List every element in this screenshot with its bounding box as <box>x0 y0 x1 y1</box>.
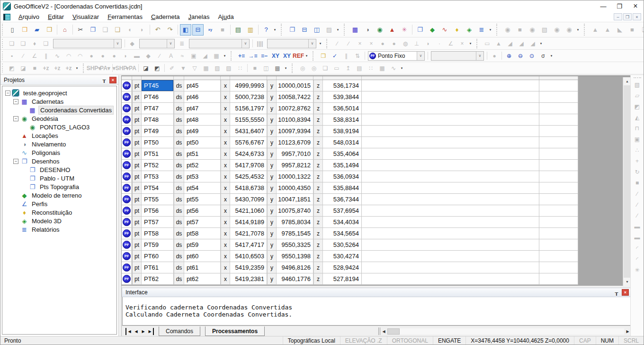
padrao-button[interactable]: ▩ <box>272 63 283 73</box>
ferramenta-edicao-1-button[interactable]: ◖ <box>124 24 135 36</box>
point-id-cell[interactable]: PT59 <box>142 239 174 250</box>
zoom-ferramenta-4-button[interactable]: ▧ <box>539 24 550 36</box>
toolbar-overflow-icon[interactable]: ▾ <box>538 42 544 45</box>
configuracao-circulo-button[interactable]: ● <box>489 51 500 61</box>
medir-distancia-button[interactable]: ≈ <box>177 51 188 61</box>
x-value-cell[interactable]: 5419,2381 <box>230 273 267 284</box>
table-row[interactable]: PFptPT45dspt45x4999,9993y10000,0015z536,… <box>122 80 578 91</box>
filtro-button[interactable]: ▽ <box>189 63 200 73</box>
empty-cell[interactable] <box>539 262 578 273</box>
x-value-cell[interactable]: 5430,7099 <box>230 194 267 205</box>
inserir-imagem-button[interactable]: ▣ <box>188 51 199 61</box>
point-id-cell[interactable]: PT53 <box>142 171 174 182</box>
estacao-5-button[interactable]: ❏ <box>639 24 644 36</box>
ajuda-button[interactable]: ? <box>260 24 272 36</box>
medir-regua-button[interactable]: ▭ <box>482 38 492 49</box>
empty-cell[interactable] <box>362 262 539 273</box>
x-value-cell[interactable]: 5417,4717 <box>230 239 267 250</box>
menu-item-arquivo[interactable]: Arquivo <box>14 12 44 21</box>
y-value-cell[interactable]: 9957,8212 <box>277 160 313 171</box>
salvar-tudo-button[interactable]: ❒ <box>44 24 55 36</box>
snap-elipse-button[interactable]: ◍ <box>400 38 411 49</box>
x-value-cell[interactable]: 5421,7078 <box>230 228 267 239</box>
novo-modelo-terreno-button[interactable]: ◆ <box>427 24 438 36</box>
empty-cell[interactable] <box>539 205 578 216</box>
visualizar-impressao-button[interactable]: ▥ <box>245 24 256 36</box>
desenhar-spline-button[interactable]: ◠ <box>75 51 85 61</box>
selecao-caderneta-combobox[interactable]: ∨ <box>53 39 122 48</box>
selecao-sistema-dropdown-icon[interactable]: ∨ <box>242 39 249 48</box>
table-row[interactable]: PFptPT55dspt55x5430,7099y10047,1851z536,… <box>122 194 578 205</box>
interface-pin-icon[interactable]: ┰ <box>613 290 620 296</box>
toolbar-grip[interactable] <box>2 39 4 48</box>
dispersar-pontos-button[interactable]: ∴ <box>632 145 643 155</box>
caderneta-ferr-1-button[interactable]: ❏ <box>7 38 17 49</box>
expander-icon[interactable]: − <box>13 99 18 104</box>
empty-cell[interactable] <box>539 217 578 227</box>
z-value-cell[interactable]: 538,9194 <box>323 126 362 136</box>
zoom-ferramenta-6-button[interactable]: ◉ <box>564 24 575 36</box>
ordenar-ferr-button[interactable]: ⇅ <box>352 51 363 61</box>
parar-button[interactable]: ■ <box>217 24 228 36</box>
x-value-cell[interactable]: 5410,6503 <box>230 251 267 262</box>
table-row[interactable]: PFptPT62dspt62x5419,2381y9460,1776z527,8… <box>122 273 578 285</box>
toolbar-grip[interactable] <box>2 24 4 35</box>
y-value-cell[interactable]: 10072,8762 <box>277 103 313 114</box>
document-icon[interactable] <box>3 14 10 20</box>
x-value-cell[interactable]: 5424,6733 <box>230 148 267 159</box>
interface-close-button[interactable]: × <box>622 289 629 296</box>
x-value-cell[interactable]: 5156,1797 <box>230 103 267 114</box>
expander-icon[interactable]: − <box>13 116 18 121</box>
configurar-pontos-button[interactable]: ✳ <box>399 24 410 36</box>
empty-cell[interactable] <box>362 126 539 136</box>
vertical-scrollbar-thumb[interactable] <box>624 85 631 278</box>
inserir-linha-button[interactable]: →≡ <box>248 51 258 61</box>
y-value-cell[interactable]: 9785,8034 <box>277 217 313 227</box>
z-value-cell[interactable]: 534,4034 <box>323 217 362 227</box>
mover-rotulos-button[interactable]: ▧ <box>632 79 643 90</box>
empty-cell[interactable] <box>362 217 539 227</box>
medir-estacao-0-button[interactable]: ▲ <box>493 38 504 49</box>
table-row[interactable]: PFptPT46dspt46x5000,7238y10058,7422z539,… <box>122 91 578 103</box>
abrir-projeto-button[interactable]: ❒ <box>19 24 30 36</box>
point-id-cell[interactable]: PT62 <box>142 273 174 284</box>
empty-cell[interactable] <box>362 182 539 193</box>
y-value-cell[interactable]: 10000,0015 <box>277 80 313 91</box>
mdi-minimize-button[interactable]: – <box>614 13 622 20</box>
declividade-1-button[interactable]: ◪ <box>141 63 151 73</box>
toolbar-grip[interactable] <box>634 77 641 78</box>
horizontal-scrollbar-thumb[interactable] <box>387 328 400 335</box>
hachura-1-button[interactable]: ▨ <box>212 63 223 73</box>
caneta-ferr-button[interactable]: ✐ <box>167 63 177 73</box>
novo-desenho-button[interactable]: ❐ <box>414 24 426 36</box>
tree-item-desenhos[interactable]: −❐Desenhos <box>2 157 116 165</box>
tree-item-poligonais[interactable]: ∿Poligonais <box>2 148 116 157</box>
pin-icon[interactable]: ┰ <box>101 77 107 83</box>
description-cell[interactable]: pt45 <box>184 80 221 91</box>
z-value-cell[interactable]: 539,3844 <box>323 91 362 102</box>
ponto-z-button[interactable]: +z <box>41 63 51 73</box>
selecao-caderneta-dropdown-icon[interactable]: ∨ <box>114 39 121 48</box>
toolbar-overflow-icon[interactable]: ▾ <box>399 66 404 70</box>
point-id-cell[interactable]: PT54 <box>142 182 174 193</box>
caderneta-ferr-2-button[interactable]: ❏ <box>18 38 28 49</box>
z-value-cell[interactable]: 535,8844 <box>323 182 362 193</box>
tree-item-pontos-lago3[interactable]: ◉PONTOS_LAGO3 <box>2 123 116 131</box>
empty-cell[interactable] <box>539 171 578 182</box>
x-value-cell[interactable]: 5425,4532 <box>230 171 267 182</box>
espelhar-button[interactable]: ◭ <box>632 112 643 123</box>
snap-ponto-button[interactable]: · <box>434 38 445 49</box>
empty-cell[interactable] <box>362 80 539 91</box>
empty-cell[interactable] <box>539 80 578 91</box>
bloco-a-button[interactable]: ▬ <box>632 221 643 232</box>
y-value-cell[interactable]: 10000,4350 <box>277 182 313 193</box>
table-row[interactable]: PFptPT53dspt53x5425,4532y10000,1322z536,… <box>122 171 578 182</box>
medir-estacao-2-button[interactable]: ◢ <box>516 38 527 49</box>
medir-estacao-3-button[interactable]: ◢ <box>528 38 538 49</box>
mdi-restore-button[interactable]: ❐ <box>623 13 632 20</box>
point-id-cell[interactable]: PT51 <box>142 148 174 159</box>
point-id-cell[interactable]: PT61 <box>142 262 174 273</box>
geodesia-globo-button[interactable]: ◉ <box>374 24 385 36</box>
codigo-barras-button[interactable]: |||| <box>255 38 265 49</box>
caderneta-ferr-3-button[interactable]: ♦ <box>29 38 40 49</box>
